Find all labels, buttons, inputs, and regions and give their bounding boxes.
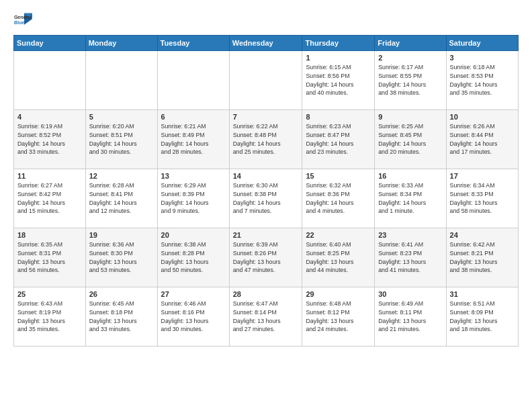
calendar-cell: 5Sunrise: 6:20 AMSunset: 8:51 PMDaylight…: [85, 110, 157, 169]
svg-text:General: General: [14, 15, 32, 19]
calendar-table: SundayMondayTuesdayWednesdayThursdayFrid…: [13, 35, 519, 347]
day-number: 23: [378, 231, 442, 239]
day-number: 12: [89, 172, 154, 180]
day-number: 28: [233, 290, 299, 298]
day-number: 6: [161, 113, 226, 121]
day-info: Sunrise: 6:30 AMSunset: 8:38 PMDaylight:…: [233, 181, 299, 216]
calendar-cell: 28Sunrise: 6:47 AMSunset: 8:14 PMDayligh…: [229, 287, 302, 347]
day-info: Sunrise: 6:21 AMSunset: 8:49 PMDaylight:…: [161, 122, 226, 156]
weekday-header: Tuesday: [157, 36, 229, 51]
calendar-cell: 1Sunrise: 6:15 AMSunset: 8:56 PMDaylight…: [302, 51, 375, 110]
day-info: Sunrise: 6:42 AMSunset: 8:21 PMDaylight:…: [450, 240, 515, 275]
calendar-cell: 20Sunrise: 6:38 AMSunset: 8:28 PMDayligh…: [157, 228, 229, 287]
day-number: 7: [233, 113, 299, 121]
calendar-cell: 24Sunrise: 6:42 AMSunset: 8:21 PMDayligh…: [446, 228, 518, 287]
day-number: 1: [306, 54, 371, 62]
day-number: 25: [17, 290, 82, 298]
day-number: 21: [233, 231, 299, 239]
calendar-cell: 17Sunrise: 6:34 AMSunset: 8:33 PMDayligh…: [446, 169, 518, 228]
calendar-cell: 31Sunrise: 6:51 AMSunset: 8:09 PMDayligh…: [446, 287, 518, 347]
day-info: Sunrise: 6:15 AMSunset: 8:56 PMDaylight:…: [306, 63, 371, 97]
day-number: 14: [233, 172, 299, 180]
day-info: Sunrise: 6:25 AMSunset: 8:45 PMDaylight:…: [378, 122, 442, 156]
day-info: Sunrise: 6:23 AMSunset: 8:47 PMDaylight:…: [306, 122, 371, 156]
calendar-cell: 12Sunrise: 6:28 AMSunset: 8:41 PMDayligh…: [85, 169, 157, 228]
weekday-header: Saturday: [446, 36, 518, 51]
day-number: 20: [161, 231, 226, 239]
calendar-cell: [157, 51, 229, 110]
day-number: 29: [306, 290, 371, 298]
calendar-week-row: 11Sunrise: 6:27 AMSunset: 8:42 PMDayligh…: [14, 169, 519, 228]
day-number: 24: [450, 231, 515, 239]
header: General Blue: [13, 11, 519, 30]
day-info: Sunrise: 6:49 AMSunset: 8:11 PMDaylight:…: [378, 300, 442, 334]
day-info: Sunrise: 6:22 AMSunset: 8:48 PMDaylight:…: [233, 122, 299, 156]
calendar-cell: 19Sunrise: 6:36 AMSunset: 8:30 PMDayligh…: [85, 228, 157, 287]
day-number: 15: [306, 172, 371, 180]
calendar-week-row: 25Sunrise: 6:43 AMSunset: 8:19 PMDayligh…: [14, 287, 519, 347]
day-number: 11: [17, 172, 82, 180]
day-info: Sunrise: 6:40 AMSunset: 8:25 PMDaylight:…: [306, 240, 371, 275]
day-info: Sunrise: 6:51 AMSunset: 8:09 PMDaylight:…: [450, 300, 515, 334]
day-info: Sunrise: 6:48 AMSunset: 8:12 PMDaylight:…: [306, 300, 371, 334]
day-info: Sunrise: 6:41 AMSunset: 8:23 PMDaylight:…: [378, 240, 442, 275]
logo: General Blue: [13, 11, 35, 30]
weekday-header: Wednesday: [229, 36, 302, 51]
calendar-cell: 27Sunrise: 6:46 AMSunset: 8:16 PMDayligh…: [157, 287, 229, 347]
calendar-cell: 22Sunrise: 6:40 AMSunset: 8:25 PMDayligh…: [302, 228, 375, 287]
calendar-cell: 25Sunrise: 6:43 AMSunset: 8:19 PMDayligh…: [14, 287, 86, 347]
calendar-week-row: 4Sunrise: 6:19 AMSunset: 8:52 PMDaylight…: [14, 110, 519, 169]
calendar-cell: 23Sunrise: 6:41 AMSunset: 8:23 PMDayligh…: [375, 228, 446, 287]
day-info: Sunrise: 6:36 AMSunset: 8:30 PMDaylight:…: [89, 240, 154, 275]
day-info: Sunrise: 6:47 AMSunset: 8:14 PMDaylight:…: [233, 300, 299, 334]
day-info: Sunrise: 6:43 AMSunset: 8:19 PMDaylight:…: [17, 300, 82, 334]
day-info: Sunrise: 6:20 AMSunset: 8:51 PMDaylight:…: [89, 122, 154, 156]
day-number: 3: [450, 54, 515, 62]
weekday-header: Friday: [375, 36, 446, 51]
day-number: 18: [17, 231, 82, 239]
day-number: 4: [17, 113, 82, 121]
day-info: Sunrise: 6:18 AMSunset: 8:53 PMDaylight:…: [450, 63, 515, 97]
logo-icon: General Blue: [13, 11, 32, 30]
calendar-header: SundayMondayTuesdayWednesdayThursdayFrid…: [14, 36, 519, 51]
day-info: Sunrise: 6:26 AMSunset: 8:44 PMDaylight:…: [450, 122, 515, 156]
calendar-cell: 8Sunrise: 6:23 AMSunset: 8:47 PMDaylight…: [302, 110, 375, 169]
weekday-row: SundayMondayTuesdayWednesdayThursdayFrid…: [14, 36, 519, 51]
day-info: Sunrise: 6:35 AMSunset: 8:31 PMDaylight:…: [17, 240, 82, 275]
day-number: 27: [161, 290, 226, 298]
calendar-cell: [229, 51, 302, 110]
day-number: 26: [89, 290, 154, 298]
svg-text:Blue: Blue: [14, 20, 24, 25]
day-info: Sunrise: 6:46 AMSunset: 8:16 PMDaylight:…: [161, 300, 226, 334]
day-number: 17: [450, 172, 515, 180]
day-info: Sunrise: 6:27 AMSunset: 8:42 PMDaylight:…: [17, 181, 82, 216]
calendar-cell: 21Sunrise: 6:39 AMSunset: 8:26 PMDayligh…: [229, 228, 302, 287]
calendar-cell: 16Sunrise: 6:33 AMSunset: 8:34 PMDayligh…: [375, 169, 446, 228]
day-info: Sunrise: 6:38 AMSunset: 8:28 PMDaylight:…: [161, 240, 226, 275]
calendar-cell: 18Sunrise: 6:35 AMSunset: 8:31 PMDayligh…: [14, 228, 86, 287]
day-number: 19: [89, 231, 154, 239]
calendar-cell: [85, 51, 157, 110]
day-info: Sunrise: 6:45 AMSunset: 8:18 PMDaylight:…: [89, 300, 154, 334]
day-info: Sunrise: 6:19 AMSunset: 8:52 PMDaylight:…: [17, 122, 82, 156]
calendar-cell: [14, 51, 86, 110]
day-number: 10: [450, 113, 515, 121]
day-info: Sunrise: 6:28 AMSunset: 8:41 PMDaylight:…: [89, 181, 154, 216]
calendar-cell: 26Sunrise: 6:45 AMSunset: 8:18 PMDayligh…: [85, 287, 157, 347]
calendar-cell: 4Sunrise: 6:19 AMSunset: 8:52 PMDaylight…: [14, 110, 86, 169]
calendar-cell: 11Sunrise: 6:27 AMSunset: 8:42 PMDayligh…: [14, 169, 86, 228]
calendar-week-row: 1Sunrise: 6:15 AMSunset: 8:56 PMDaylight…: [14, 51, 519, 110]
calendar-cell: 13Sunrise: 6:29 AMSunset: 8:39 PMDayligh…: [157, 169, 229, 228]
calendar-cell: 15Sunrise: 6:32 AMSunset: 8:36 PMDayligh…: [302, 169, 375, 228]
calendar-cell: 7Sunrise: 6:22 AMSunset: 8:48 PMDaylight…: [229, 110, 302, 169]
calendar-cell: 30Sunrise: 6:49 AMSunset: 8:11 PMDayligh…: [375, 287, 446, 347]
calendar-cell: 6Sunrise: 6:21 AMSunset: 8:49 PMDaylight…: [157, 110, 229, 169]
day-number: 2: [378, 54, 442, 62]
calendar-week-row: 18Sunrise: 6:35 AMSunset: 8:31 PMDayligh…: [14, 228, 519, 287]
day-info: Sunrise: 6:39 AMSunset: 8:26 PMDaylight:…: [233, 240, 299, 275]
day-info: Sunrise: 6:17 AMSunset: 8:55 PMDaylight:…: [378, 63, 442, 97]
day-info: Sunrise: 6:34 AMSunset: 8:33 PMDaylight:…: [450, 181, 515, 216]
day-number: 8: [306, 113, 371, 121]
calendar-cell: 9Sunrise: 6:25 AMSunset: 8:45 PMDaylight…: [375, 110, 446, 169]
calendar-cell: 2Sunrise: 6:17 AMSunset: 8:55 PMDaylight…: [375, 51, 446, 110]
